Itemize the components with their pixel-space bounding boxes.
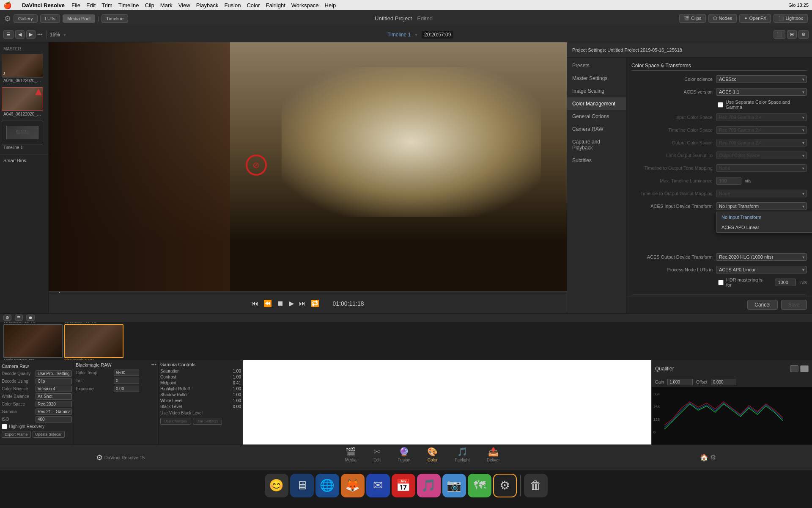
nav-camera-raw[interactable]: Camera RAW: [567, 123, 626, 135]
cam-gamma-control[interactable]: Rec.21... Gamma: [36, 409, 72, 415]
menu-color[interactable]: Color: [247, 2, 260, 8]
tint-input[interactable]: [114, 378, 139, 384]
menu-edit[interactable]: Edit: [86, 2, 96, 8]
iso-select[interactable]: 400: [36, 416, 72, 422]
qualifier-icon-2[interactable]: [800, 365, 809, 372]
nav-master[interactable]: Master Settings: [567, 72, 626, 85]
menu-file[interactable]: File: [71, 2, 80, 8]
clip-thumb-2[interactable]: [64, 324, 123, 358]
process-node-luts-select[interactable]: ACES AP0 Linear: [716, 266, 807, 273]
nav-fairlight[interactable]: 🎵 Fairlight: [446, 445, 478, 470]
go-to-start[interactable]: ⏮: [252, 300, 258, 307]
menu-mark[interactable]: Mark: [160, 2, 173, 8]
nav-media[interactable]: 🎬 Media: [337, 445, 365, 470]
exposure-input[interactable]: [114, 386, 139, 392]
cam-gamma-select[interactable]: Rec.21... Gamma: [36, 409, 72, 415]
apple-icon[interactable]: 🍎: [3, 1, 12, 9]
decode-using-control[interactable]: Clip: [36, 378, 72, 384]
settings-btn[interactable]: ⚙: [798, 30, 809, 39]
clip-item-2[interactable]: 02 20:20:57:09 V1 Blackmagic RAW: [64, 322, 123, 360]
dock-calendar[interactable]: 📅: [392, 474, 415, 497]
nav-presets[interactable]: Presets: [567, 59, 626, 72]
aces-output-device-select[interactable]: Rec.2020 HLG (1000 nits): [716, 253, 807, 261]
timeline-button[interactable]: Timeline: [102, 14, 128, 23]
cancel-button[interactable]: Cancel: [747, 300, 777, 310]
gain-input[interactable]: [667, 379, 693, 385]
update-sidecar-button[interactable]: Update Sidecar: [33, 431, 65, 438]
color-temp-input[interactable]: [114, 370, 139, 376]
aces-input-device-select[interactable]: No Input Transform: [716, 202, 807, 210]
thumbnail-1[interactable]: ♪ A046_06122020_C00...: [0, 52, 48, 86]
limit-output-gamut-select[interactable]: Output Color Space: [716, 152, 807, 159]
clip-list-btn[interactable]: ☰: [15, 315, 23, 321]
highlight-recovery-checkbox[interactable]: [2, 424, 7, 429]
next-button[interactable]: ▶: [26, 30, 36, 39]
clip-record-btn[interactable]: ⏺: [26, 315, 35, 321]
dropdown-aces-apo[interactable]: ACES APO Linear: [716, 222, 812, 232]
nodes-button[interactable]: ⬡ Nodes: [708, 14, 737, 23]
offset-input[interactable]: [711, 379, 736, 385]
openfx-button[interactable]: ✦ OpenFX: [739, 14, 771, 23]
clip-thumb-1[interactable]: [3, 324, 63, 358]
export-frame-button[interactable]: Export Frame: [2, 431, 31, 438]
prev-frame[interactable]: ⏪: [263, 299, 272, 307]
thumbnail-timeline[interactable]: ⬛⬛⬛ Timeline 1: [0, 119, 48, 152]
dock-finder[interactable]: 😊: [265, 474, 288, 497]
decode-using-select[interactable]: Clip: [36, 378, 72, 384]
menu-fusion[interactable]: Fusion: [224, 2, 241, 8]
luts-button[interactable]: LUTs: [40, 14, 60, 23]
timeline-bar[interactable]: [49, 291, 567, 293]
clip-settings-btn[interactable]: ⚙: [3, 315, 11, 321]
use-video-black-label[interactable]: Use Video Black Level: [160, 411, 241, 415]
white-balance-control[interactable]: As Shot: [36, 393, 72, 400]
nav-general-options[interactable]: General Options: [567, 110, 626, 123]
viewer-options[interactable]: ⬛: [774, 30, 785, 39]
settings-nav-button[interactable]: ⚙: [710, 453, 716, 461]
menu-playback[interactable]: Playback: [196, 2, 219, 8]
use-changes-button[interactable]: Use Changes: [160, 418, 191, 425]
nav-color-management[interactable]: Color Management: [567, 97, 626, 110]
media-pool-button[interactable]: Media Pool: [63, 14, 95, 23]
nav-image-scaling[interactable]: Image Scaling: [567, 85, 626, 97]
output-color-space-select[interactable]: Rec.709 Gamma 2.4: [716, 139, 807, 146]
color-science-select[interactable]: ACEScc: [716, 75, 807, 83]
decode-quality-control[interactable]: Use Pro...Setting: [36, 370, 72, 377]
cam-color-science-select[interactable]: Version 4: [36, 386, 72, 392]
nav-capture-playback[interactable]: Capture and Playback: [567, 135, 626, 154]
go-to-end[interactable]: ⏭: [299, 300, 306, 307]
menu-clip[interactable]: Clip: [145, 2, 154, 8]
menu-view[interactable]: View: [178, 2, 190, 8]
menu-trim[interactable]: Trim: [102, 2, 112, 8]
gallery-button[interactable]: Gallery: [14, 14, 38, 23]
hdr-mastering-input[interactable]: [775, 279, 796, 286]
max-luminance-input[interactable]: [716, 177, 741, 185]
menu-timeline[interactable]: Timeline: [118, 2, 139, 8]
input-color-space-select[interactable]: Rec.709 Gamma 2.4: [716, 113, 807, 121]
prev-button[interactable]: ◀: [15, 30, 25, 39]
nav-deliver[interactable]: 📤 Deliver: [478, 445, 508, 470]
menu-fairlight[interactable]: Fairlight: [266, 2, 285, 8]
dock-maps[interactable]: 🗺: [468, 474, 491, 497]
qualifier-icon-1[interactable]: [790, 365, 798, 372]
iso-control[interactable]: 400: [36, 416, 72, 422]
timeline-tone-select[interactable]: None: [716, 164, 807, 172]
dropdown-no-input[interactable]: No Input Transform: [716, 212, 812, 222]
home-button[interactable]: 🏠: [700, 453, 708, 461]
use-separate-checkbox[interactable]: [718, 102, 723, 108]
decode-quality-select[interactable]: Use Pro...Setting: [36, 370, 72, 377]
nav-subtitles[interactable]: Subtitles: [567, 154, 626, 167]
list-view-button[interactable]: ☰: [3, 30, 14, 39]
aces-version-select[interactable]: ACES 1.1: [716, 88, 807, 96]
dock-system[interactable]: 🖥: [290, 474, 314, 497]
stop-button[interactable]: ⏹: [277, 300, 284, 307]
braw-menu-dots[interactable]: •••: [151, 362, 156, 368]
cam-color-space-select[interactable]: Rec.2020: [36, 401, 72, 407]
clips-button[interactable]: 🎬 Clips: [679, 14, 706, 23]
menu-workspace[interactable]: Workspace: [291, 2, 319, 8]
lightbox-button[interactable]: ⬛ Lightbox: [774, 14, 808, 23]
grid-view[interactable]: ⊞: [787, 30, 797, 39]
dock-mail[interactable]: ✉: [366, 474, 390, 497]
dock-trash[interactable]: 🗑: [524, 474, 548, 497]
save-button[interactable]: Save: [781, 300, 807, 310]
nav-color[interactable]: 🎨 Color: [419, 445, 446, 470]
